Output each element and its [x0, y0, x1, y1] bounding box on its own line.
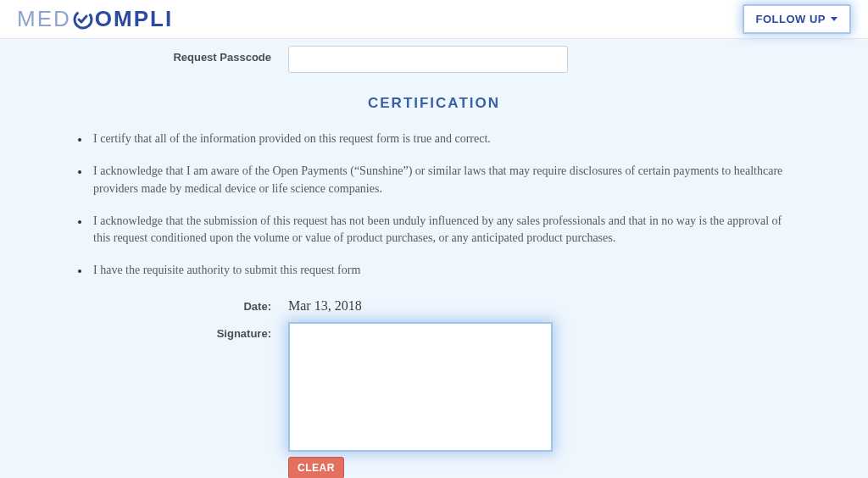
cert-item: I acknowledge that I am aware of the Ope… — [90, 163, 800, 197]
follow-up-button[interactable]: FOLLOW UP — [743, 4, 852, 34]
logo-text-post: OMPLI — [95, 6, 173, 32]
certification-list: I certify that all of the information pr… — [34, 131, 834, 280]
cert-item: I certify that all of the information pr… — [90, 131, 800, 147]
chevron-down-icon — [831, 17, 837, 21]
date-row: Date: Mar 13, 2018 — [34, 295, 834, 314]
cert-item: I have the requisite authority to submit… — [90, 262, 800, 279]
signature-label: Signature: — [34, 322, 288, 340]
passcode-label: Request Passcode — [34, 46, 288, 64]
signature-row: Signature: CLEAR — [34, 322, 834, 478]
header-bar: MED OMPLI FOLLOW UP — [0, 0, 868, 39]
cert-item: I acknowledge that the submission of thi… — [90, 213, 800, 247]
passcode-row: Request Passcode — [34, 46, 834, 73]
logo: MED OMPLI — [17, 6, 173, 32]
certification-title: CERTIFICATION — [34, 95, 834, 112]
date-label: Date: — [34, 295, 288, 313]
logo-check-icon — [72, 8, 94, 31]
clear-button[interactable]: CLEAR — [288, 457, 344, 478]
logo-text-pre: MED — [17, 6, 71, 32]
date-value: Mar 13, 2018 — [288, 295, 834, 314]
passcode-input[interactable] — [288, 46, 568, 73]
follow-up-label: FOLLOW UP — [756, 13, 826, 25]
signature-pad[interactable] — [288, 322, 553, 452]
content-area: Request Passcode CERTIFICATION I certify… — [0, 46, 868, 478]
